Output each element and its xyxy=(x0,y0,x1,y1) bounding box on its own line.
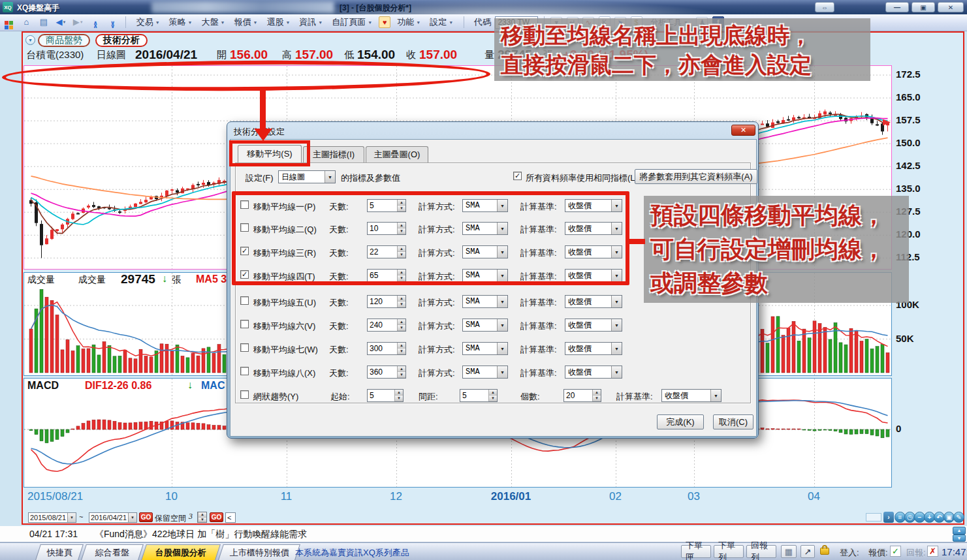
scrollbar-thumb[interactable] xyxy=(866,513,881,521)
price-tick: 157.5 xyxy=(896,114,921,125)
freq-select[interactable]: 日線圖▼ xyxy=(278,170,336,183)
popout-icon[interactable]: ↗ xyxy=(801,545,815,558)
menu-2[interactable]: 策略▼ xyxy=(165,14,197,30)
pencil-icon[interactable]: ✎ xyxy=(953,512,964,523)
pane-menu-button[interactable]: ▼ xyxy=(25,35,35,45)
trellis-basis-select[interactable]: 收盤價▼ xyxy=(661,389,721,402)
ma-row-7-checkbox[interactable] xyxy=(240,343,249,352)
menu-9[interactable]: 設定▼ xyxy=(425,14,458,30)
method-label: 計算方式: xyxy=(419,344,455,356)
count-spinner[interactable]: 20▲▼ xyxy=(563,389,601,402)
ma-row-5-days-spinner[interactable]: 120▲▼ xyxy=(367,295,406,308)
chevron-right-icon[interactable]: › xyxy=(883,512,894,523)
volume-label: 量 xyxy=(484,49,494,61)
menu-6[interactable]: 資訊▼ xyxy=(294,14,327,30)
price-tick: 142.5 xyxy=(896,160,921,171)
apply-to-other-freq-button[interactable]: 將參數套用到其它資料頻率(A) xyxy=(635,169,757,184)
trellis-checkbox[interactable] xyxy=(240,390,249,399)
annotation-note-1-line-2: 直接按滑鼠二下，亦會進入設定 xyxy=(501,50,864,80)
volume-tick: 50K xyxy=(896,333,914,344)
cancel-button[interactable]: 取消(C) xyxy=(713,414,753,429)
ma-row-7-method-select[interactable]: SMA▼ xyxy=(462,342,508,355)
ma-row-5-checkbox[interactable] xyxy=(240,296,249,305)
lock-icon[interactable] xyxy=(820,548,829,555)
news-text[interactable]: 《Fund消息》422地球日 加「樹」行動喚醒綠能需求 xyxy=(95,529,307,540)
layout-grid-icon[interactable] xyxy=(3,19,16,32)
range-from-select[interactable]: 2015/08/21▼ xyxy=(28,512,76,523)
trellis-row: 網狀趨勢(Y) 起始: 5▲▼ 間距: 5▲▼ 個數: 20▲▼ 計算基準: 收… xyxy=(227,388,754,404)
menu-3[interactable]: 大盤▼ xyxy=(197,14,230,30)
go-button[interactable]: GO xyxy=(139,512,153,522)
ma-row-6-days-spinner[interactable]: 240▲▼ xyxy=(367,319,406,332)
volume-ma5-label[interactable]: MA5 3 xyxy=(196,273,227,285)
forward-icon[interactable]: ▶▼ xyxy=(72,16,85,29)
same-indicator-checkbox[interactable]: ✓ xyxy=(513,172,522,180)
status-tab-2[interactable]: 綜合看盤 xyxy=(81,544,144,560)
status-tab-4[interactable]: 上市櫃特別報價 xyxy=(218,544,300,560)
macd-down-arrow-icon: ↓ xyxy=(187,379,193,391)
macd-dif-label[interactable]: DIF12-26 0.86 xyxy=(85,380,151,392)
back-icon[interactable]: ◀▼ xyxy=(54,16,67,29)
favorites-heart-icon[interactable]: ♥ xyxy=(379,16,390,28)
ma-row-6-basis-select[interactable]: 收盤價▼ xyxy=(565,319,622,332)
freq-label: 設定(F) xyxy=(246,172,274,184)
order-box-button[interactable]: 下單匣 xyxy=(681,545,711,558)
menu-8[interactable]: 功能▼ xyxy=(392,14,425,30)
macd-signal-label[interactable]: MAC xyxy=(201,380,225,392)
status-tab-3[interactable]: 台股個股分析 xyxy=(141,544,221,560)
menu-5[interactable]: 選股▼ xyxy=(262,14,294,30)
ma-row-8-checkbox[interactable] xyxy=(240,367,249,375)
menu-1[interactable]: 交易▼ xyxy=(132,14,165,30)
minimize-button[interactable]: — xyxy=(885,2,909,12)
close-button[interactable]: ✕ xyxy=(938,2,964,12)
ma-row-7-basis-select[interactable]: 收盤價▼ xyxy=(565,342,622,355)
title-bar: XQ XQ操盤高手 [3] - [台股個股分析*] ⇔ — ▣ ✕ xyxy=(0,0,967,14)
annotation-rows-highlight xyxy=(232,191,629,285)
days-label: 天數: xyxy=(329,297,349,309)
home-icon[interactable]: ⌂ xyxy=(20,16,33,29)
document-icon[interactable]: ▤ xyxy=(37,16,50,29)
ma-row-6-checkbox[interactable] xyxy=(240,320,249,328)
news-scroll-up-icon[interactable]: ▲ xyxy=(953,527,966,535)
tab-technical-analysis[interactable]: 技術分析 xyxy=(95,34,148,47)
status-tab-1[interactable]: 快捷頁 xyxy=(35,544,84,560)
start-spinner[interactable]: 5▲▼ xyxy=(367,389,404,402)
gap-spinner[interactable]: 5▲▼ xyxy=(460,389,498,402)
expand-down-icon[interactable]: ∨∨ xyxy=(106,18,119,31)
open-label: 開 xyxy=(217,49,227,61)
annotation-note-2-line-1: 預設四條移動平均線， xyxy=(650,198,902,232)
ma-row-6-label: 移動平均線六(V) xyxy=(253,320,315,332)
report-row-button[interactable]: 回報列 xyxy=(746,545,776,558)
ma-row-5-basis-select[interactable]: 收盤價▼ xyxy=(565,295,622,308)
tab-main-overlay[interactable]: 主圖疊圖(O) xyxy=(366,146,428,163)
dialog-close-icon[interactable]: ✕ xyxy=(731,125,755,136)
tab-product-overview[interactable]: 商品盤勢 xyxy=(38,34,90,47)
ma-row-6-method-select[interactable]: SMA▼ xyxy=(462,319,508,332)
ma-row-8-basis-select[interactable]: 收盤價▼ xyxy=(565,366,622,379)
ma-row-5-method-select[interactable]: SMA▼ xyxy=(462,295,508,308)
ma-row-7-days-spinner[interactable]: 300▲▼ xyxy=(367,342,406,355)
tab-main-indicators[interactable]: 主圖指標(I) xyxy=(303,146,364,163)
menu-7[interactable]: 自訂頁面▼ xyxy=(327,14,377,30)
close-value: 157.00 xyxy=(419,48,457,62)
menu-4[interactable]: 報價▼ xyxy=(229,14,262,30)
ma-row-8-method-select[interactable]: SMA▼ xyxy=(462,366,508,379)
news-scroll-down-icon[interactable]: ▼ xyxy=(953,535,966,542)
keep-space-spinner[interactable]: ▲▼ xyxy=(197,512,207,523)
collapse-up-icon[interactable]: ∧∧ xyxy=(89,18,102,31)
resize-window-button[interactable]: ⇔ xyxy=(815,2,834,12)
volume-series-label[interactable]: 成交量 xyxy=(78,274,106,286)
basis-label: 計算基準: xyxy=(520,320,557,332)
days-label: 天數: xyxy=(329,344,349,356)
ok-button[interactable]: 完成(K) xyxy=(657,414,704,429)
range-to-select[interactable]: 2016/04/21▼ xyxy=(89,512,137,523)
period-label[interactable]: 日線圖 xyxy=(97,49,126,61)
go-button-2[interactable]: GO xyxy=(210,512,223,522)
report-status-label: 回報: xyxy=(906,547,926,559)
restore-button[interactable]: ▣ xyxy=(912,2,935,12)
building-icon[interactable]: ▦ xyxy=(781,545,797,558)
ma-row-5-label: 移動平均線五(U) xyxy=(253,297,316,309)
ma-row-8-days-spinner[interactable]: 360▲▼ xyxy=(367,366,406,379)
order-row-button[interactable]: 下單列 xyxy=(714,545,744,558)
scroll-left-button[interactable]: < xyxy=(225,512,236,523)
